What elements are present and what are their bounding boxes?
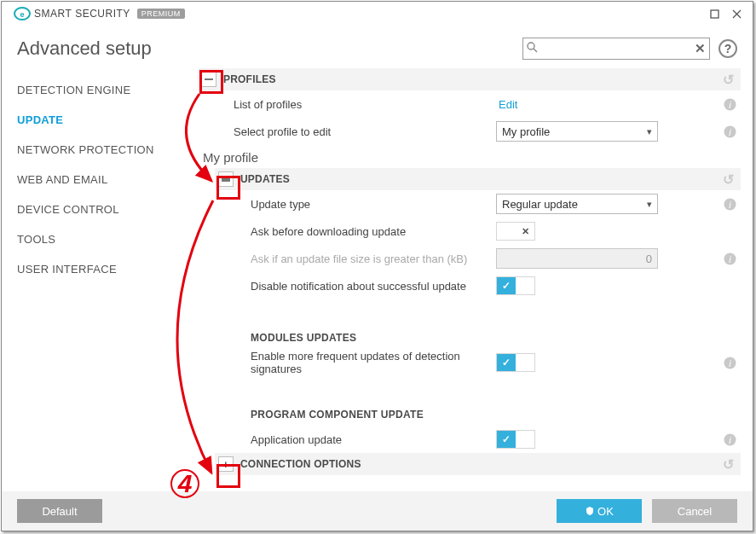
sidebar-item-network-protection[interactable]: NETWORK PROTECTION bbox=[17, 135, 182, 165]
ok-button[interactable]: OK bbox=[557, 499, 642, 523]
subhead-program-component-update: PROGRAM COMPONENT UPDATE bbox=[198, 392, 741, 426]
help-button[interactable]: ? bbox=[718, 39, 737, 58]
label-ask-before-download: Ask before downloading update bbox=[198, 225, 496, 238]
search-input[interactable] bbox=[538, 43, 695, 55]
label-ask-file-size: Ask if an update file size is greater th… bbox=[198, 252, 496, 265]
profile-name-label: My profile bbox=[198, 145, 741, 168]
app-window: e SMART SECURITY PREMIUM Advanced setup … bbox=[1, 1, 753, 531]
row-ask-file-size: Ask if an update file size is greater th… bbox=[198, 245, 741, 272]
search-box[interactable]: ✕ bbox=[522, 38, 710, 60]
subhead-modules-updates: MODULES UPDATES bbox=[198, 315, 741, 349]
search-icon bbox=[527, 42, 538, 55]
sidebar: DETECTION ENGINE UPDATE NETWORK PROTECTI… bbox=[2, 68, 182, 491]
toggle-disable-notification[interactable] bbox=[496, 276, 535, 295]
label-application-update: Application update bbox=[198, 433, 496, 446]
row-frequent-updates: Enable more frequent updates of detectio… bbox=[198, 349, 741, 376]
section-updates-head: UPDATES ↺ bbox=[215, 168, 741, 190]
sidebar-item-tools[interactable]: TOOLS bbox=[17, 224, 182, 254]
expand-toggle-connection-options[interactable] bbox=[218, 456, 234, 472]
check-icon bbox=[497, 431, 516, 448]
label-select-profile: Select profile to edit bbox=[198, 125, 496, 138]
brand-text: SMART SECURITY bbox=[34, 8, 130, 20]
reset-icon[interactable]: ↺ bbox=[723, 171, 734, 188]
content-pane: PROFILES ↺ List of profiles Edit i Selec… bbox=[182, 68, 753, 491]
info-icon[interactable]: i bbox=[718, 97, 741, 111]
row-disable-notification: Disable notification about successful up… bbox=[198, 272, 741, 299]
page-title: Advanced setup bbox=[17, 38, 522, 60]
reset-icon[interactable]: ↺ bbox=[723, 72, 734, 88]
search-clear-button[interactable]: ✕ bbox=[695, 41, 706, 56]
sidebar-item-web-and-email[interactable]: WEB AND EMAIL bbox=[17, 165, 182, 194]
default-button[interactable]: Default bbox=[17, 499, 102, 523]
svg-point-3 bbox=[528, 43, 534, 49]
section-profiles-head: PROFILES ↺ bbox=[198, 68, 741, 90]
input-ask-file-size: 0 bbox=[496, 248, 658, 269]
brand-word-1: SMART bbox=[34, 8, 72, 20]
info-icon[interactable]: i bbox=[718, 197, 741, 211]
row-ask-before-download: Ask before downloading update bbox=[198, 218, 741, 245]
label-list-of-profiles: List of profiles bbox=[198, 98, 496, 111]
sidebar-item-update[interactable]: UPDATE bbox=[17, 105, 182, 135]
row-list-of-profiles: List of profiles Edit i bbox=[198, 90, 741, 118]
svg-text:e: e bbox=[20, 10, 24, 19]
cancel-button[interactable]: Cancel bbox=[652, 499, 737, 523]
input-ask-file-size-value: 0 bbox=[646, 252, 652, 265]
label-disable-notification: Disable notification about successful up… bbox=[198, 280, 496, 293]
brand: e SMART SECURITY PREMIUM bbox=[14, 5, 185, 22]
select-profile-value: My profile bbox=[502, 125, 550, 138]
svg-line-4 bbox=[534, 49, 537, 52]
brand-logo-icon: e bbox=[14, 5, 31, 22]
window-close-button[interactable] bbox=[725, 3, 747, 24]
link-edit-profiles[interactable]: Edit bbox=[496, 98, 517, 111]
section-connection-options-head: CONNECTION OPTIONS ↺ bbox=[215, 453, 741, 475]
row-select-profile: Select profile to edit My profile ▾ i bbox=[198, 118, 741, 145]
row-update-type: Update type Regular update ▾ i bbox=[198, 190, 741, 218]
check-icon bbox=[497, 277, 516, 294]
label-frequent-updates: Enable more frequent updates of detectio… bbox=[198, 350, 496, 375]
label-update-type: Update type bbox=[198, 198, 496, 211]
window-maximize-button[interactable] bbox=[703, 3, 725, 24]
section-updates-title: UPDATES bbox=[240, 173, 290, 185]
svg-rect-2 bbox=[711, 10, 718, 18]
sidebar-item-detection-engine[interactable]: DETECTION ENGINE bbox=[17, 75, 182, 105]
select-update-type[interactable]: Regular update ▾ bbox=[496, 194, 658, 214]
select-profile-dropdown[interactable]: My profile ▾ bbox=[496, 121, 658, 142]
reset-icon[interactable]: ↺ bbox=[723, 456, 734, 473]
info-icon[interactable]: i bbox=[718, 356, 741, 369]
brand-word-2: SECURITY bbox=[75, 8, 130, 20]
cross-icon bbox=[516, 223, 534, 240]
toggle-frequent-updates[interactable] bbox=[496, 353, 535, 372]
toggle-ask-before-download[interactable] bbox=[496, 222, 535, 241]
collapse-toggle-updates[interactable] bbox=[218, 171, 234, 187]
footer-bar: Default OK Cancel bbox=[2, 491, 753, 531]
collapse-toggle-profiles[interactable] bbox=[201, 72, 216, 87]
header-row: Advanced setup ✕ ? bbox=[2, 26, 753, 67]
toggle-application-update[interactable] bbox=[496, 430, 535, 449]
titlebar: e SMART SECURITY PREMIUM bbox=[2, 2, 753, 26]
brand-tag: PREMIUM bbox=[137, 9, 185, 19]
info-icon[interactable]: i bbox=[718, 125, 741, 138]
info-icon[interactable]: i bbox=[718, 432, 741, 446]
chevron-down-icon: ▾ bbox=[647, 126, 652, 137]
row-application-update: Application update i bbox=[198, 426, 741, 453]
info-icon[interactable]: i bbox=[718, 252, 741, 265]
ok-button-label: OK bbox=[597, 505, 614, 518]
section-connection-options-title: CONNECTION OPTIONS bbox=[240, 458, 361, 470]
sidebar-item-user-interface[interactable]: USER INTERFACE bbox=[17, 254, 182, 284]
select-update-type-value: Regular update bbox=[502, 198, 578, 211]
body: DETECTION ENGINE UPDATE NETWORK PROTECTI… bbox=[2, 68, 753, 491]
section-profiles-title: PROFILES bbox=[223, 73, 276, 85]
shield-icon bbox=[585, 506, 595, 516]
check-icon bbox=[497, 354, 516, 371]
sidebar-item-device-control[interactable]: DEVICE CONTROL bbox=[17, 194, 182, 224]
chevron-down-icon: ▾ bbox=[647, 199, 652, 210]
